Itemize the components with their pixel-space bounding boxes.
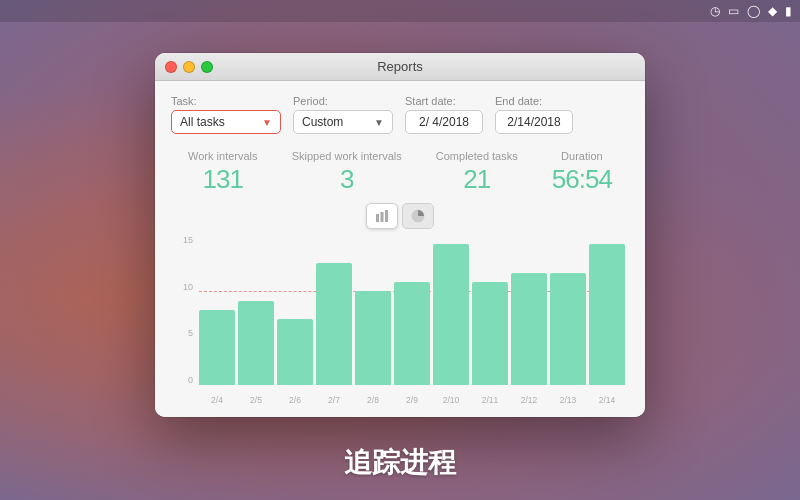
skipped-value: 3 [340,164,353,195]
completed-value: 21 [463,164,490,195]
completed-tasks-stat: Completed tasks 21 [436,150,518,195]
period-chevron-icon: ▼ [374,117,384,128]
svg-rect-0 [376,214,379,222]
y-label-0: 0 [188,375,193,385]
y-label-10: 10 [183,282,193,292]
y-label-5: 5 [188,328,193,338]
battery-icon: ▮ [785,4,792,18]
close-button[interactable] [165,61,177,73]
x-label: 2/13 [550,395,586,405]
bar [394,282,430,385]
end-date-label: End date: [495,95,573,107]
menubar-icons: ◷ ▭ ◯ ◆ ▮ [710,4,792,18]
x-label: 2/12 [511,395,547,405]
start-date-field[interactable]: 2/ 4/2018 [405,110,483,134]
bar [511,273,547,386]
airplay-icon: ▭ [728,4,739,18]
x-label: 2/11 [472,395,508,405]
chart-toggle [171,203,629,229]
task-chevron-icon: ▼ [262,117,272,128]
titlebar: Reports [155,53,645,81]
work-intervals-stat: Work intervals 131 [188,150,257,195]
duration-value: 56:54 [552,164,612,195]
x-label: 2/10 [433,395,469,405]
duration-label: Duration [561,150,603,162]
window-title: Reports [377,59,423,74]
start-date-label: Start date: [405,95,483,107]
stats-row: Work intervals 131 Skipped work interval… [171,150,629,195]
bar [550,273,586,386]
bar-group [277,235,313,385]
bar-group [472,235,508,385]
bar-group [511,235,547,385]
bar-group [316,235,352,385]
clock-icon: ◷ [710,4,720,18]
bar [316,263,352,385]
x-label: 2/9 [394,395,430,405]
bar-group [394,235,430,385]
period-label: Period: [293,95,393,107]
work-intervals-label: Work intervals [188,150,257,162]
window-content: Task: All tasks ▼ Period: Custom ▼ Start… [155,81,645,417]
completed-label: Completed tasks [436,150,518,162]
pie-chart-toggle[interactable] [402,203,434,229]
task-label: Task: [171,95,281,107]
task-value: All tasks [180,115,225,129]
end-date-field[interactable]: 2/14/2018 [495,110,573,134]
wifi-icon: ◆ [768,4,777,18]
bar [238,301,274,385]
x-label: 2/4 [199,395,235,405]
y-label-15: 15 [183,235,193,245]
bar-group [433,235,469,385]
bar [199,310,235,385]
period-dropdown[interactable]: Custom ▼ [293,110,393,134]
traffic-lights [165,61,213,73]
period-value: Custom [302,115,343,129]
duration-stat: Duration 56:54 [552,150,612,195]
x-label: 2/6 [277,395,313,405]
maximize-button[interactable] [201,61,213,73]
reports-window: Reports Task: All tasks ▼ Period: Custom… [155,53,645,417]
x-label: 2/7 [316,395,352,405]
pie-chart-icon [411,209,425,223]
x-labels: 2/42/52/62/72/82/92/102/112/122/132/14 [199,395,625,405]
x-label: 2/14 [589,395,625,405]
controls-row: Task: All tasks ▼ Period: Custom ▼ Start… [171,95,629,134]
bar-chart-icon [375,209,389,223]
menubar: ◷ ▭ ◯ ◆ ▮ [0,0,800,22]
bar [589,244,625,385]
bar-group [199,235,235,385]
task-control: Task: All tasks ▼ [171,95,281,134]
y-axis-labels: 15 10 5 0 [171,235,197,385]
minimize-button[interactable] [183,61,195,73]
bars-container [199,235,625,385]
start-date-control: Start date: 2/ 4/2018 [405,95,483,134]
bar-chart-toggle[interactable] [366,203,398,229]
bar [355,291,391,385]
work-intervals-value: 131 [203,164,243,195]
bar [433,244,469,385]
period-control: Period: Custom ▼ [293,95,393,134]
skipped-label: Skipped work intervals [292,150,402,162]
subtitle-text: 追踪进程 [0,444,800,482]
x-label: 2/5 [238,395,274,405]
bar-group [238,235,274,385]
x-label: 2/8 [355,395,391,405]
task-dropdown[interactable]: All tasks ▼ [171,110,281,134]
bar-group [550,235,586,385]
timer-icon: ◯ [747,4,760,18]
bar [277,319,313,385]
bar-group [589,235,625,385]
svg-rect-1 [381,212,384,222]
svg-rect-2 [385,210,388,222]
skipped-intervals-stat: Skipped work intervals 3 [292,150,402,195]
bar-group [355,235,391,385]
chart-area: 15 10 5 0 2/42/52/62/72/82/92/102/112/12… [171,235,629,405]
end-date-control: End date: 2/14/2018 [495,95,573,134]
bar [472,282,508,385]
